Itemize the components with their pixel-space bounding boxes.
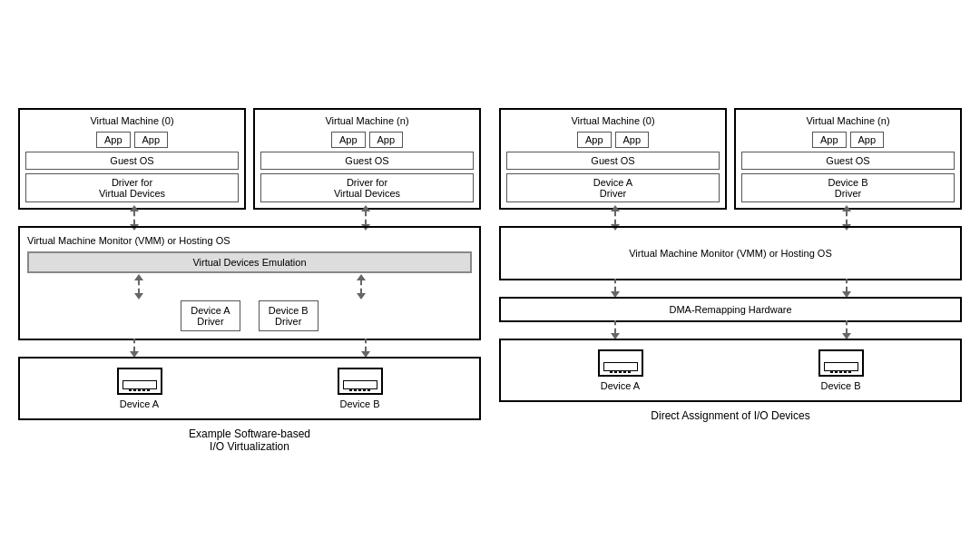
dot7	[354, 388, 357, 391]
dline2	[365, 211, 367, 224]
left-vm0-guestos: Guest OS	[25, 152, 239, 170]
arrowhead-down4	[357, 293, 366, 300]
left-diagram: Virtual Machine (0) App App Guest OS Dri…	[18, 108, 481, 453]
r-dline1	[614, 211, 616, 224]
left-vm-row: Virtual Machine (0) App App Guest OS Dri…	[18, 108, 481, 210]
dot8	[358, 388, 361, 391]
r-arrowhead-up2	[842, 205, 851, 211]
left-vde-box: Virtual Devices Emulation	[27, 251, 472, 273]
left-vmn-app2: App	[369, 132, 404, 148]
left-driver-b: Device BDriver	[259, 300, 318, 331]
right-vm-to-vmm-arrows	[499, 210, 962, 226]
right-vmm-title: Virtual Machine Monitor (VMM) or Hosting…	[629, 248, 832, 259]
right-vm0-guestos: Guest OS	[506, 152, 720, 170]
dline3	[138, 280, 140, 293]
right-physical-box: Device A Device B	[499, 339, 962, 402]
r-dline6	[846, 320, 848, 333]
r-dot3	[619, 370, 622, 373]
r-arrowhead-up1	[611, 205, 620, 211]
dline1	[133, 211, 135, 224]
right-vm0-title: Virtual Machine (0)	[506, 115, 720, 126]
dot5	[147, 388, 150, 391]
r-dot6	[830, 370, 833, 373]
right-device-b-label: Device B	[820, 380, 860, 391]
dline4	[360, 280, 362, 293]
dline6	[365, 339, 367, 351]
right-diagram: Virtual Machine (0) App App Guest OS Dev…	[499, 108, 962, 453]
arrowhead-up3	[134, 274, 143, 280]
right-vm-row: Virtual Machine (0) App App Guest OS Dev…	[499, 108, 962, 210]
left-phys-arrow1	[130, 339, 139, 358]
dot3	[138, 388, 141, 391]
left-caption: Example Software-basedI/O Virtualization	[189, 427, 310, 453]
arrowhead-up1	[130, 205, 139, 211]
left-vmn-title: Virtual Machine (n)	[260, 115, 474, 126]
right-vmn-guestos: Guest OS	[741, 152, 955, 170]
left-vm0-title: Virtual Machine (0)	[25, 115, 239, 126]
right-vmn-app2: App	[850, 132, 885, 148]
left-vmn-app1: App	[331, 132, 366, 148]
left-vmn-driver: Driver forVirtual Devices	[260, 173, 474, 202]
left-vmm-box: Virtual Machine Monitor (VMM) or Hosting…	[18, 226, 481, 340]
left-vde-to-driver-arrows	[27, 279, 472, 295]
left-vm0-app1: App	[96, 132, 131, 148]
right-dma-box: DMA-Remapping Hardware	[499, 297, 962, 322]
right-vmn-title: Virtual Machine (n)	[741, 115, 955, 126]
left-physical-box: Device A Device B	[18, 357, 481, 420]
left-device-a-chip	[117, 368, 162, 395]
r-dot7	[835, 370, 838, 373]
right-vmm-to-dma-arrows	[499, 280, 962, 297]
r-dline2	[846, 211, 848, 224]
dot10	[368, 388, 370, 391]
r-dot1	[610, 370, 612, 373]
right-device-a-label: Device A	[601, 380, 640, 391]
left-device-b-label: Device B	[339, 398, 379, 409]
right-phys-arrow1	[611, 320, 620, 339]
left-device-b-icon: Device B	[338, 368, 383, 409]
r-dot5	[628, 370, 631, 373]
right-vm0-app1: App	[577, 132, 612, 148]
left-vde-arrow2	[357, 274, 366, 300]
r-dot8	[839, 370, 842, 373]
dot6	[349, 388, 352, 391]
left-vmn-app-row: App App	[260, 132, 474, 148]
r-dline5	[614, 320, 616, 333]
left-driver-row: Device ADriver Device BDriver	[27, 300, 472, 331]
r-dline4	[846, 279, 848, 291]
right-vmn-app1: App	[812, 132, 847, 148]
r-dot10	[848, 370, 851, 373]
left-vde-arrow1	[134, 274, 143, 300]
r-dline3	[614, 279, 616, 291]
right-vm0-box: Virtual Machine (0) App App Guest OS Dev…	[499, 108, 727, 210]
left-vm0-box: Virtual Machine (0) App App Guest OS Dri…	[18, 108, 246, 210]
right-vmm-box: Virtual Machine Monitor (VMM) or Hosting…	[499, 226, 962, 280]
left-device-b-dots	[349, 388, 370, 391]
right-vm0-app2: App	[615, 132, 650, 148]
right-vmn-driver: Device BDriver	[741, 173, 955, 202]
dline5	[133, 339, 135, 351]
left-vm0-app2: App	[134, 132, 169, 148]
right-dma-arrow2	[842, 279, 851, 298]
arrowhead-up2	[361, 205, 370, 211]
left-device-a-label: Device A	[120, 398, 159, 409]
right-dma-to-phys-arrows	[499, 322, 962, 339]
right-phys-arrow2	[842, 320, 851, 339]
right-device-b-chip	[818, 349, 864, 377]
dot1	[129, 388, 132, 391]
left-vm0-driver: Driver forVirtual Devices	[25, 173, 239, 202]
right-device-a-chip	[598, 349, 643, 377]
left-phys-arrow2	[361, 339, 370, 358]
dot4	[142, 388, 145, 391]
left-vmn-guestos: Guest OS	[260, 152, 474, 170]
arrowhead-up4	[357, 274, 366, 280]
left-device-a-icon: Device A	[117, 368, 162, 409]
left-device-b-chip	[338, 368, 383, 395]
right-caption: Direct Assignment of I/O Devices	[651, 409, 809, 422]
right-device-b-icon: Device B	[818, 349, 864, 391]
dot2	[133, 388, 136, 391]
right-device-a-icon: Device A	[598, 349, 643, 391]
dot9	[363, 388, 366, 391]
right-device-a-dots	[610, 370, 631, 373]
left-vmn-box: Virtual Machine (n) App App Guest OS Dri…	[253, 108, 481, 210]
left-driver-a: Device ADriver	[181, 300, 240, 331]
